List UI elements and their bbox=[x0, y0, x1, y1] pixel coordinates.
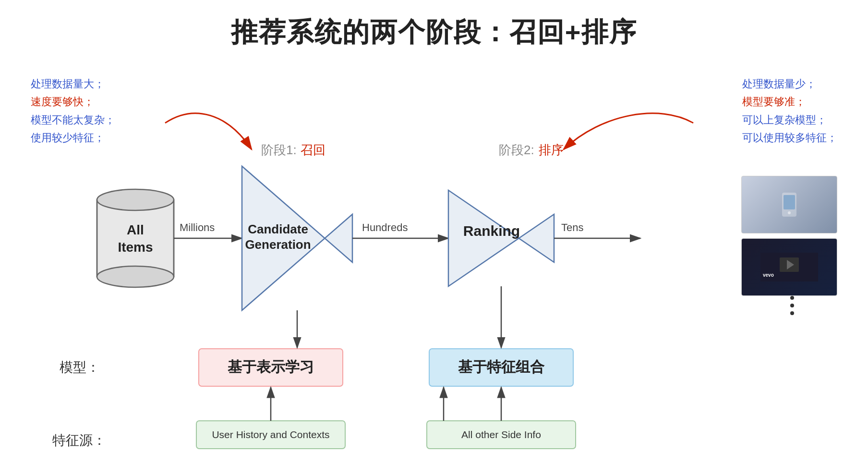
svg-rect-11 bbox=[97, 200, 174, 277]
svg-text:Tens: Tens bbox=[561, 221, 583, 233]
right-annotation: 处理数据量少； 模型要够准； 可以上复杂模型； 可以使用较多特征； bbox=[742, 75, 837, 147]
dot1 bbox=[790, 296, 794, 300]
svg-marker-20 bbox=[242, 166, 352, 310]
svg-point-2 bbox=[788, 211, 791, 214]
svg-text:基于表示学习: 基于表示学习 bbox=[228, 359, 314, 375]
diagram-area: 处理数据量大； 速度要够快； 模型不能太复杂； 使用较少特征； 处理数据量少； … bbox=[26, 65, 842, 455]
svg-text:排序: 排序 bbox=[539, 143, 564, 157]
svg-point-13 bbox=[97, 266, 174, 287]
svg-text:召回: 召回 bbox=[301, 143, 326, 157]
svg-point-12 bbox=[97, 189, 174, 210]
svg-text:阶段2:: 阶段2: bbox=[499, 143, 534, 157]
thumbnails-area: vevo bbox=[741, 176, 837, 296]
left-line1: 处理数据量大； bbox=[31, 75, 115, 93]
svg-text:Generation: Generation bbox=[245, 237, 311, 252]
left-annotation: 处理数据量大； 速度要够快； 模型不能太复杂； 使用较少特征； bbox=[31, 75, 115, 147]
svg-text:基于特征组合: 基于特征组合 bbox=[458, 359, 545, 375]
dot2 bbox=[790, 304, 794, 307]
svg-text:Ranking: Ranking bbox=[463, 223, 520, 239]
main-title: 推荐系统的两个阶段：召回+排序 bbox=[231, 14, 638, 51]
diagram-svg: 阶段1: 召回 阶段2: 排序 All Items Millions bbox=[26, 65, 842, 459]
svg-text:模型：: 模型： bbox=[60, 360, 100, 375]
svg-text:Millions: Millions bbox=[180, 221, 215, 233]
svg-text:特征源：: 特征源： bbox=[52, 433, 106, 448]
svg-text:All: All bbox=[127, 222, 144, 237]
right-line2: 模型要够准； bbox=[742, 93, 837, 110]
svg-rect-1 bbox=[784, 195, 795, 209]
svg-text:Hundreds: Hundreds bbox=[362, 221, 408, 233]
svg-text:阶段1:: 阶段1: bbox=[261, 143, 297, 157]
right-line3: 可以上复杂模型； bbox=[742, 111, 837, 129]
right-line4: 可以使用较多特征； bbox=[742, 129, 837, 147]
left-line2: 速度要够快； bbox=[31, 93, 115, 110]
svg-text:Candidate: Candidate bbox=[248, 222, 308, 236]
left-line4: 使用较少特征； bbox=[31, 129, 115, 147]
svg-rect-33 bbox=[429, 349, 573, 386]
svg-marker-25 bbox=[448, 190, 554, 286]
svg-text:All other Side Info: All other Side Info bbox=[461, 429, 541, 440]
svg-rect-31 bbox=[199, 349, 343, 386]
svg-text:vevo: vevo bbox=[763, 272, 774, 278]
svg-rect-35 bbox=[196, 421, 345, 449]
svg-rect-37 bbox=[427, 421, 576, 449]
svg-text:Items: Items bbox=[118, 240, 153, 255]
thumbnail-phone bbox=[741, 176, 837, 233]
right-line1: 处理数据量少； bbox=[742, 75, 837, 93]
svg-text:User History and Contexts: User History and Contexts bbox=[212, 429, 329, 440]
left-line3: 模型不能太复杂； bbox=[31, 111, 115, 129]
dot3 bbox=[790, 311, 794, 315]
dots-area bbox=[790, 296, 794, 315]
page-container: 推荐系统的两个阶段：召回+排序 处理数据量大； 速度要够快； 模型不能太复杂； … bbox=[0, 0, 868, 465]
thumbnail-dark: vevo bbox=[741, 238, 837, 296]
